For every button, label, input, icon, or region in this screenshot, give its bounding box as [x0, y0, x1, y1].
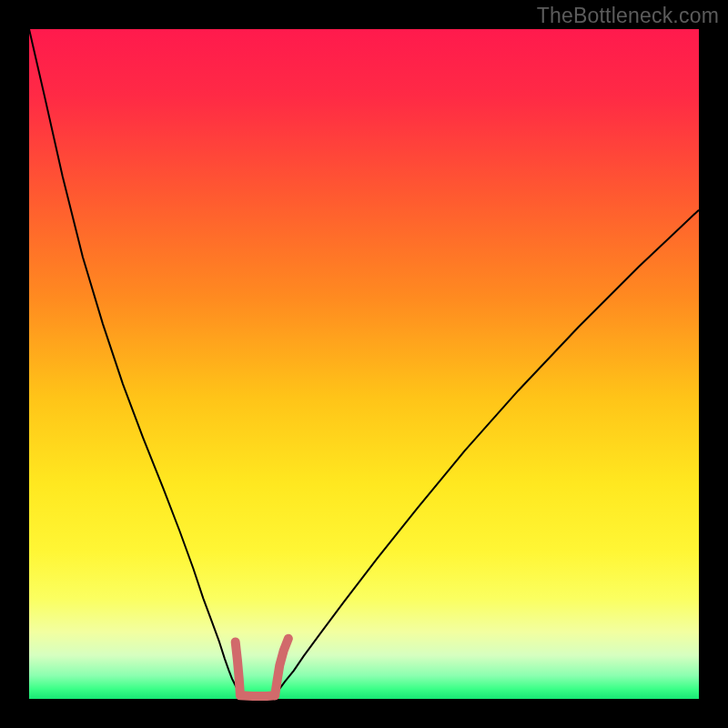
series-sweet-spot-marker — [236, 642, 240, 693]
chart-svg — [29, 29, 699, 699]
outer-frame: TheBottleneck.com — [0, 0, 728, 728]
series-bottleneck-curve — [29, 29, 699, 695]
plot-area — [29, 29, 699, 699]
series-sweet-spot-marker — [240, 695, 275, 696]
watermark-text: TheBottleneck.com — [537, 4, 719, 28]
